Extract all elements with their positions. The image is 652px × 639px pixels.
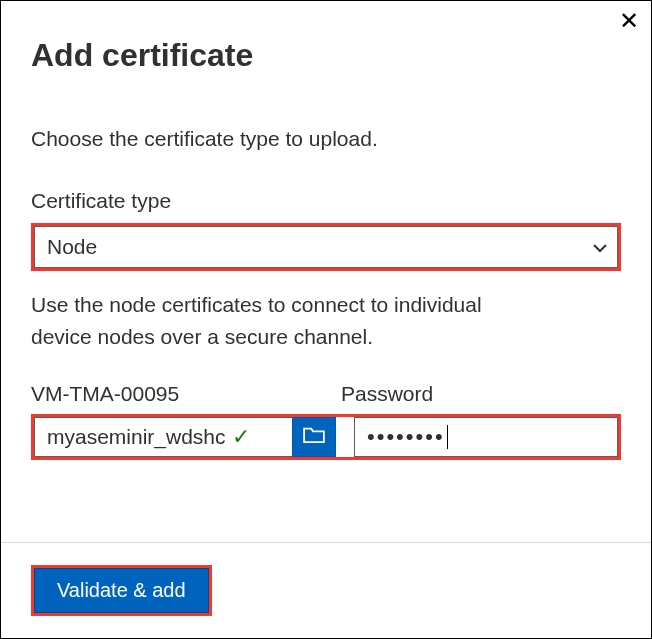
validate-highlight: Validate & add: [31, 565, 212, 616]
cert-type-label: Certificate type: [31, 189, 621, 213]
dialog-footer: Validate & add: [1, 542, 651, 638]
file-name-input[interactable]: myaseminir_wdshc ✓: [34, 417, 292, 457]
folder-icon: [303, 426, 325, 448]
password-input[interactable]: ••••••••: [354, 417, 618, 457]
cert-type-value: Node: [47, 235, 97, 259]
node-name-label: VM-TMA-00095: [31, 382, 341, 406]
cert-type-hint: Use the node certificates to connect to …: [31, 289, 511, 352]
chevron-down-icon: [593, 238, 607, 256]
text-cursor: [447, 425, 448, 449]
password-label: Password: [341, 382, 433, 406]
cert-type-select[interactable]: Node: [34, 226, 618, 268]
dialog-panel: Add certificate Choose the certificate t…: [1, 1, 651, 460]
dialog-title: Add certificate: [31, 37, 621, 74]
inputs-row: myaseminir_wdshc ✓ ••••••••: [34, 417, 618, 457]
checkmark-icon: ✓: [232, 424, 250, 450]
file-input-group: myaseminir_wdshc ✓: [34, 417, 336, 457]
browse-button[interactable]: [292, 417, 336, 457]
input-labels-row: VM-TMA-00095 Password: [31, 382, 621, 406]
close-icon: ✕: [619, 7, 639, 34]
inputs-highlight: myaseminir_wdshc ✓ ••••••••: [31, 414, 621, 460]
cert-type-highlight: Node: [31, 223, 621, 271]
close-button[interactable]: ✕: [619, 9, 639, 33]
column-gap: [336, 417, 354, 457]
file-name-text: myaseminir_wdshc: [47, 425, 226, 449]
dialog-description: Choose the certificate type to upload.: [31, 124, 621, 153]
validate-add-button[interactable]: Validate & add: [34, 568, 209, 613]
password-mask: ••••••••: [367, 424, 445, 450]
